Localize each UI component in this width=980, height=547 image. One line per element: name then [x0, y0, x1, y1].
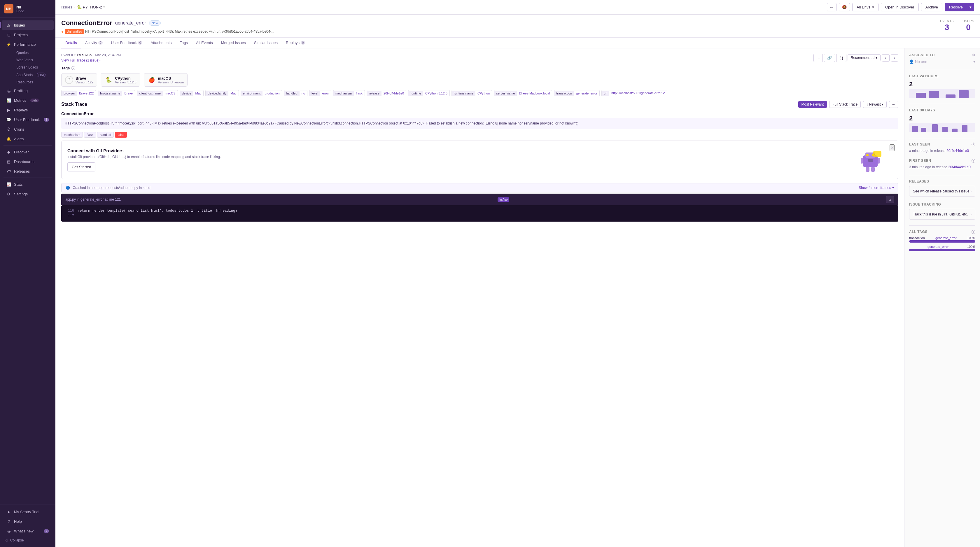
- full-stack-button[interactable]: Full Stack Trace: [829, 101, 861, 108]
- resolve-button[interactable]: Resolve: [945, 3, 967, 11]
- sidebar-item-screen-loads[interactable]: Screen Loads: [14, 64, 54, 71]
- sidebar-item-whats-new[interactable]: ◎ What's new 7: [2, 526, 54, 536]
- archive-button[interactable]: Archive: [921, 3, 942, 11]
- sidebar-item-discover[interactable]: ◆ Discover: [2, 147, 54, 157]
- code-expand-button[interactable]: ▴: [886, 196, 894, 203]
- sidebar-item-alerts[interactable]: 🔔 Alerts: [2, 134, 54, 143]
- code-frame-header: app.py in generate_error at line 121 In …: [61, 194, 898, 205]
- sidebar-item-releases[interactable]: 🏷 Releases: [2, 167, 54, 176]
- git-banner-close-button[interactable]: ✕: [889, 144, 894, 151]
- tab-tags[interactable]: Tags: [176, 38, 192, 48]
- code-line-num: 121: [115, 197, 121, 202]
- sidebar-label-settings: Settings: [14, 192, 28, 196]
- chart-bar-30-6: [962, 125, 967, 132]
- rs-divider-4: [909, 175, 975, 175]
- sidebar-item-queries[interactable]: Queries: [14, 49, 54, 56]
- git-banner-content: Connect with Git Providers Install Git p…: [67, 148, 857, 172]
- sidebar-item-metrics[interactable]: 📊 Metrics beta: [2, 95, 54, 105]
- breadcrumb-issues[interactable]: Issues: [61, 5, 72, 10]
- sidebar-item-issues[interactable]: ⚠ Issues: [2, 21, 54, 30]
- tab-user-feedback[interactable]: User Feedback 0: [107, 38, 146, 48]
- tag-browser-name: browser.nameBrave: [98, 90, 135, 96]
- replays-icon: ▶: [6, 108, 11, 112]
- sidebar-header: NH Nil Dhee: [0, 0, 56, 18]
- last-seen-info-icon[interactable]: i: [972, 143, 975, 146]
- sidebar-item-stats[interactable]: 📈 Stats: [2, 180, 54, 189]
- next-event-button[interactable]: ›: [891, 54, 898, 62]
- tab-all-events[interactable]: All Events: [192, 38, 217, 48]
- all-tags-label: All Tags: [909, 230, 928, 234]
- show-frames-button[interactable]: Show 4 more frames ▾: [859, 186, 894, 190]
- issue-tabs: Details Activity 0 User Feedback 0 Attac…: [56, 38, 980, 48]
- most-relevant-button[interactable]: Most Relevant: [798, 101, 827, 108]
- sidebar-item-my-sentry[interactable]: ● My Sentry Trial: [2, 507, 54, 517]
- chart-bar-1: [916, 93, 926, 98]
- chart-bar-4: [959, 90, 969, 98]
- sidebar-item-help[interactable]: ? Help: [2, 517, 54, 526]
- sidebar-item-web-vitals[interactable]: Web Vitals: [14, 57, 54, 64]
- releases-box[interactable]: See which release caused this issue ›: [909, 186, 975, 197]
- sidebar-item-replays[interactable]: ▶ Replays: [2, 105, 54, 114]
- tag-release: release20f4d44de1e0: [367, 90, 406, 96]
- env-selector[interactable]: All Envs ▾: [852, 3, 878, 11]
- tag-runtime: runtimeCPython 3.12.0: [408, 90, 450, 96]
- prev-event-button[interactable]: ‹: [882, 54, 889, 62]
- events-users-stats: EVENTS 3 USERS 0: [940, 19, 974, 32]
- chevron-down-icon[interactable]: ▾: [973, 59, 975, 64]
- tab-details[interactable]: Details: [61, 38, 81, 48]
- tags-list: browserBrave 122 browser.nameBrave clien…: [61, 90, 898, 96]
- sidebar-collapse-btn[interactable]: ◁ Collapse: [0, 536, 56, 545]
- newest-label: Newest: [869, 102, 881, 107]
- tag-val-transaction[interactable]: generate_error: [935, 236, 957, 240]
- collapse-label: Collapse: [10, 538, 24, 542]
- event-actions-button[interactable]: ···: [813, 54, 823, 62]
- first-seen-release-link[interactable]: 20f4d44de1e0: [948, 165, 970, 169]
- tab-replays[interactable]: Replays 0: [282, 38, 309, 48]
- sidebar-item-resources[interactable]: Resources: [14, 79, 54, 86]
- gear-icon[interactable]: ⚙: [972, 53, 975, 57]
- sidebar-item-crons[interactable]: ⏱ Crons: [2, 124, 54, 134]
- tab-similar-issues[interactable]: Similar Issues: [250, 38, 282, 48]
- tab-activity[interactable]: Activity 0: [81, 38, 107, 48]
- sidebar-item-app-starts[interactable]: App Starts new: [14, 71, 54, 78]
- newest-button[interactable]: ↕ Newest ▾: [863, 101, 887, 108]
- view-trace-link[interactable]: View Full Trace (1 issue) ›: [61, 58, 121, 62]
- crons-icon: ⏱: [6, 127, 11, 132]
- stack-more-button[interactable]: ···: [889, 101, 898, 108]
- sidebar-label-user-feedback: User Feedback: [14, 118, 40, 122]
- frame-header[interactable]: 🔵 Crashed in non-app: requests/adapters.…: [61, 183, 898, 192]
- get-started-button[interactable]: Get Started: [67, 162, 95, 172]
- tags-info-icon[interactable]: i: [72, 66, 75, 70]
- sidebar-item-dashboards[interactable]: ▤ Dashboards: [2, 157, 54, 166]
- open-discover-button[interactable]: Open in Discover: [881, 3, 919, 11]
- recommended-label: Recommended: [851, 56, 874, 60]
- sidebar-item-performance[interactable]: ⚡ Performance: [2, 40, 54, 49]
- tag-val-generate-error[interactable]: generate_error: [928, 245, 949, 248]
- tab-attachments[interactable]: Attachments: [146, 38, 176, 48]
- sidebar-item-projects[interactable]: ◻ Projects: [2, 30, 54, 39]
- sidebar-item-settings[interactable]: ⚙ Settings: [2, 189, 54, 199]
- bell-button[interactable]: 🔕: [839, 3, 850, 11]
- svg-rect-4: [868, 159, 873, 162]
- link-button[interactable]: 🔗: [824, 54, 835, 62]
- recommended-button[interactable]: Recommended ▾: [848, 54, 881, 61]
- chevron-right-icon: ›: [100, 58, 101, 62]
- chart-bar-30-1: [912, 126, 918, 132]
- json-button[interactable]: { }: [836, 54, 846, 62]
- issue-type: ConnectionError: [61, 19, 112, 27]
- sidebar-item-profiling[interactable]: ◎ Profiling: [2, 86, 54, 95]
- help-icon: ?: [6, 519, 11, 524]
- cpython-info: CPython Version: 3.12.0: [115, 76, 136, 84]
- last-seen-release-link[interactable]: 20f4d44de1e0: [947, 149, 969, 153]
- stack-trace-header: Stack Trace Most Relevant Full Stack Tra…: [61, 101, 898, 108]
- chevron-down-icon[interactable]: ▾: [103, 5, 105, 9]
- resolve-dropdown-button[interactable]: ▾: [967, 3, 974, 11]
- org-user: Dhee: [16, 10, 24, 13]
- first-seen-info-icon[interactable]: i: [972, 159, 975, 163]
- more-button[interactable]: ···: [827, 3, 837, 11]
- tab-merged-issues[interactable]: Merged Issues: [217, 38, 250, 48]
- all-tags-info-icon[interactable]: i: [972, 230, 975, 234]
- cpython-name: CPython: [115, 76, 136, 81]
- sidebar-item-user-feedback[interactable]: 💬 User Feedback 8: [2, 115, 54, 124]
- issue-tracking-box[interactable]: Track this issue in Jira, GitHub, etc. ›: [909, 209, 975, 219]
